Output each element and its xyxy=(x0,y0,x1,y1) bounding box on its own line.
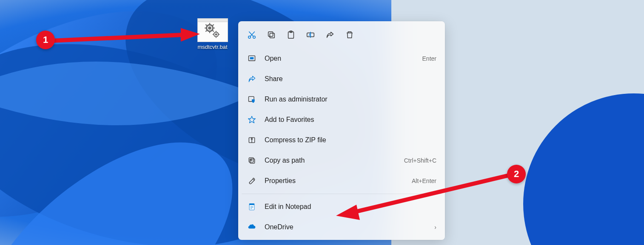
paste-button[interactable] xyxy=(282,26,300,43)
copy-path-icon xyxy=(247,155,257,166)
svg-rect-21 xyxy=(212,34,214,35)
menu-run-admin[interactable]: Run as administrator xyxy=(241,89,442,110)
menu-label: Compress to ZIP file xyxy=(265,136,436,144)
callout-1: 1 xyxy=(36,31,55,49)
menu-share[interactable]: Share xyxy=(241,69,442,89)
menu-compress[interactable]: Compress to ZIP file xyxy=(241,130,442,150)
delete-icon xyxy=(345,30,354,39)
svg-rect-28 xyxy=(268,32,273,37)
menu-shortcut: Ctrl+Shift+C xyxy=(404,157,436,164)
rename-button[interactable]: A xyxy=(301,26,320,43)
file-name-label: msdtcvtr.bat xyxy=(197,44,227,50)
share-button[interactable] xyxy=(321,26,339,43)
cut-button[interactable] xyxy=(242,26,261,43)
svg-point-7 xyxy=(208,26,211,30)
zip-icon xyxy=(247,135,257,145)
menu-shortcut: Enter xyxy=(422,55,436,62)
svg-rect-46 xyxy=(249,204,254,205)
svg-rect-35 xyxy=(250,57,254,59)
svg-rect-27 xyxy=(270,33,274,38)
rename-icon: A xyxy=(306,30,315,39)
menu-open[interactable]: Open Enter xyxy=(241,48,442,69)
menu-label: Share xyxy=(265,75,436,83)
annotation-arrow-1 xyxy=(47,25,200,51)
paste-icon xyxy=(286,30,296,39)
svg-line-52 xyxy=(353,175,510,212)
svg-marker-53 xyxy=(336,205,360,220)
open-icon xyxy=(247,54,257,64)
copy-button[interactable] xyxy=(262,26,281,43)
callout-2: 2 xyxy=(507,165,526,183)
share-icon xyxy=(325,30,335,39)
onedrive-icon xyxy=(247,222,257,232)
svg-point-17 xyxy=(215,34,217,36)
context-menu-toolbar: A xyxy=(241,24,442,48)
batch-file-icon xyxy=(197,18,228,42)
copy-icon xyxy=(267,30,276,39)
svg-marker-51 xyxy=(181,28,200,42)
menu-favorites[interactable]: Add to Favorites xyxy=(241,110,442,130)
annotation-arrow-2 xyxy=(332,170,515,221)
delete-button[interactable] xyxy=(340,26,359,43)
menu-label: OneDrive xyxy=(265,223,434,231)
menu-copy-path[interactable]: Copy as path Ctrl+Shift+C xyxy=(241,150,442,171)
svg-text:A: A xyxy=(308,33,311,37)
menu-label: Open xyxy=(265,55,422,62)
svg-rect-20 xyxy=(216,37,217,38)
cut-icon xyxy=(247,30,256,39)
notepad-icon xyxy=(247,202,257,212)
menu-label: Run as administrator xyxy=(265,96,436,103)
svg-rect-22 xyxy=(218,34,219,35)
svg-rect-19 xyxy=(216,31,217,32)
shield-icon xyxy=(247,94,257,104)
share-arrow-icon xyxy=(247,74,257,84)
svg-rect-42 xyxy=(249,158,254,162)
wrench-icon xyxy=(247,176,257,186)
menu-label: Copy as path xyxy=(265,157,404,164)
star-icon xyxy=(247,115,257,125)
menu-label: Add to Favorites xyxy=(265,116,436,124)
chevron-right-icon: › xyxy=(434,224,436,231)
svg-line-50 xyxy=(51,35,183,41)
